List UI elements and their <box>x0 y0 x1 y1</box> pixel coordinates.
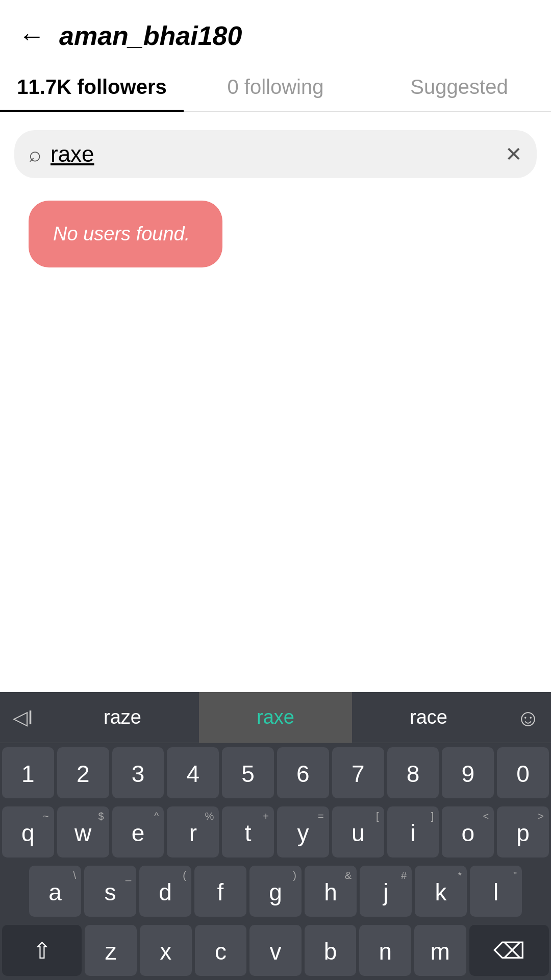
tab-suggested[interactable]: Suggested <box>367 61 551 111</box>
key-o[interactable]: <o <box>442 806 494 857</box>
key-3[interactable]: 3 <box>112 747 164 798</box>
shift-key[interactable]: ⇧ <box>2 925 82 976</box>
key-m[interactable]: m <box>414 925 466 976</box>
search-input[interactable] <box>51 141 496 167</box>
no-users-container: No users found. <box>14 192 537 267</box>
search-container: ⌕ ✕ <box>14 130 537 178</box>
key-4[interactable]: 4 <box>167 747 219 798</box>
q-row: ~q $w ^e %r +t =y [u ]i <o >p <box>0 802 551 862</box>
delete-key[interactable]: ⌫ <box>469 925 549 976</box>
key-f[interactable]: f <box>194 866 246 917</box>
key-l[interactable]: "l <box>470 866 522 917</box>
no-users-box: No users found. <box>29 201 222 267</box>
key-0[interactable]: 0 <box>497 747 549 798</box>
delete-icon: ⌫ <box>493 938 525 964</box>
cursor-icon: ◁I <box>0 701 46 734</box>
key-b[interactable]: b <box>305 925 357 976</box>
key-v[interactable]: v <box>249 925 302 976</box>
key-8[interactable]: 8 <box>387 747 439 798</box>
key-9[interactable]: 9 <box>442 747 494 798</box>
suggestion-raxe[interactable]: raxe <box>199 692 352 743</box>
key-s[interactable]: _s <box>84 866 136 917</box>
key-5[interactable]: 5 <box>222 747 274 798</box>
key-y[interactable]: =y <box>277 806 329 857</box>
key-h[interactable]: &h <box>305 866 357 917</box>
suggestion-raze[interactable]: raze <box>46 692 199 743</box>
key-x[interactable]: x <box>140 925 192 976</box>
key-1[interactable]: 1 <box>2 747 54 798</box>
header: ← aman_bhai180 <box>0 0 551 61</box>
key-n[interactable]: n <box>359 925 411 976</box>
key-2[interactable]: 2 <box>57 747 109 798</box>
key-w[interactable]: $w <box>57 806 109 857</box>
key-e[interactable]: ^e <box>112 806 164 857</box>
suggestions-row: ◁I raze raxe race ☺ <box>0 692 551 743</box>
key-q[interactable]: ~q <box>2 806 54 857</box>
key-k[interactable]: *k <box>415 866 467 917</box>
key-6[interactable]: 6 <box>277 747 329 798</box>
key-i[interactable]: ]i <box>387 806 439 857</box>
suggestion-race[interactable]: race <box>352 692 505 743</box>
key-d[interactable]: (d <box>139 866 191 917</box>
tab-following[interactable]: 0 following <box>184 61 367 111</box>
key-z[interactable]: z <box>85 925 137 976</box>
emoji-symbol: ☺ <box>516 704 540 731</box>
z-row: ⇧ z x c v b n m ⌫ <box>0 921 551 980</box>
tabs-container: 11.7K followers 0 following Suggested <box>0 61 551 112</box>
a-row: \a _s (d f )g &h #j *k "l <box>0 862 551 921</box>
key-a[interactable]: \a <box>29 866 81 917</box>
cursor-symbol: ◁I <box>13 706 33 729</box>
key-j[interactable]: #j <box>360 866 412 917</box>
key-r[interactable]: %r <box>167 806 219 857</box>
emoji-icon[interactable]: ☺ <box>505 699 551 737</box>
shift-icon: ⇧ <box>33 938 52 964</box>
page-title: aman_bhai180 <box>59 20 242 51</box>
key-c[interactable]: c <box>195 925 247 976</box>
search-bar: ⌕ ✕ <box>14 130 537 178</box>
tab-followers[interactable]: 11.7K followers <box>0 61 184 111</box>
no-users-text: No users found. <box>53 223 190 244</box>
key-u[interactable]: [u <box>332 806 384 857</box>
back-button[interactable]: ← <box>18 22 45 49</box>
key-g[interactable]: )g <box>249 866 302 917</box>
clear-icon[interactable]: ✕ <box>505 142 522 166</box>
key-t[interactable]: +t <box>222 806 274 857</box>
keyboard: ◁I raze raxe race ☺ 1 2 3 4 5 6 7 8 9 0 … <box>0 692 551 980</box>
key-p[interactable]: >p <box>497 806 549 857</box>
number-row: 1 2 3 4 5 6 7 8 9 0 <box>0 743 551 802</box>
search-icon: ⌕ <box>29 142 41 166</box>
key-7[interactable]: 7 <box>332 747 384 798</box>
